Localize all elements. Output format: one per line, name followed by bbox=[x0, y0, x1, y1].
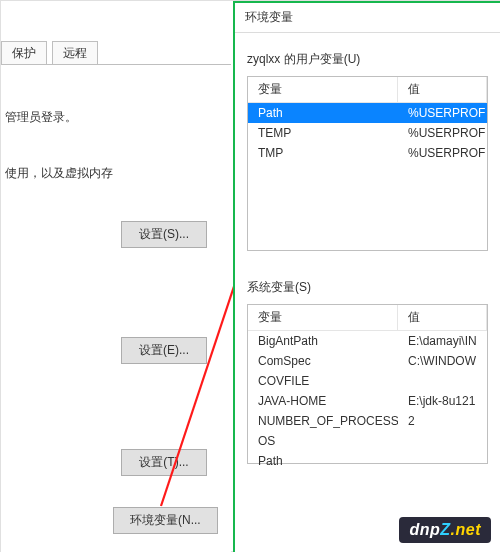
usage-text: 使用，以及虚拟内存 bbox=[5, 165, 113, 182]
col-header-value[interactable]: 值 bbox=[398, 305, 487, 330]
env-dialog: 环境变量 zyqlxx 的用户变量(U) 变量 值 Path %USERPROF… bbox=[233, 1, 500, 552]
sys-grid-header: 变量 值 bbox=[248, 305, 487, 331]
cell-name: BigAntPath bbox=[248, 331, 398, 351]
cell-value bbox=[398, 451, 487, 471]
cell-value: %USERPROF bbox=[398, 143, 487, 163]
sys-vars-label: 系统变量(S) bbox=[247, 279, 488, 296]
settings-s-button[interactable]: 设置(S)... bbox=[121, 221, 207, 248]
sys-var-row[interactable]: NUMBER_OF_PROCESSORS 2 bbox=[248, 411, 487, 431]
col-header-name[interactable]: 变量 bbox=[248, 77, 398, 102]
watermark-z: Z bbox=[440, 521, 450, 538]
settings-e-button[interactable]: 设置(E)... bbox=[121, 337, 207, 364]
cell-name: OS bbox=[248, 431, 398, 451]
sys-var-row[interactable]: BigAntPath E:\damayi\IN bbox=[248, 331, 487, 351]
user-var-row-tmp[interactable]: TMP %USERPROF bbox=[248, 143, 487, 163]
col-header-name[interactable]: 变量 bbox=[248, 305, 398, 330]
sys-var-row[interactable]: OS bbox=[248, 431, 487, 451]
admin-login-text: 管理员登录。 bbox=[5, 109, 77, 126]
cell-value: E:\damayi\IN bbox=[398, 331, 487, 351]
tab-divider bbox=[1, 64, 231, 65]
cell-name: ComSpec bbox=[248, 351, 398, 371]
sys-var-row[interactable]: COVFILE bbox=[248, 371, 487, 391]
sys-var-row[interactable]: Path bbox=[248, 451, 487, 471]
user-grid-header: 变量 值 bbox=[248, 77, 487, 103]
cell-name: JAVA-HOME bbox=[248, 391, 398, 411]
cell-name: COVFILE bbox=[248, 371, 398, 391]
cell-value: %USERPROF bbox=[398, 103, 487, 123]
settings-t-button[interactable]: 设置(T)... bbox=[121, 449, 207, 476]
cell-name: Path bbox=[248, 451, 398, 471]
env-dialog-title: 环境变量 bbox=[235, 3, 500, 33]
user-var-row-path[interactable]: Path %USERPROF bbox=[248, 103, 487, 123]
cell-value bbox=[398, 371, 487, 391]
cell-value: C:\WINDOW bbox=[398, 351, 487, 371]
tab-remote[interactable]: 远程 bbox=[52, 41, 98, 65]
tab-protect[interactable]: 保护 bbox=[1, 41, 47, 65]
sys-var-row[interactable]: JAVA-HOME E:\jdk-8u121 bbox=[248, 391, 487, 411]
user-vars-grid[interactable]: 变量 值 Path %USERPROF TEMP %USERPROF TMP %… bbox=[247, 76, 488, 251]
watermark: dnpZ.net bbox=[399, 517, 491, 543]
user-vars-label: zyqlxx 的用户变量(U) bbox=[247, 51, 488, 68]
env-vars-button[interactable]: 环境变量(N... bbox=[113, 507, 218, 534]
cell-value: E:\jdk-8u121 bbox=[398, 391, 487, 411]
watermark-net: .net bbox=[451, 521, 481, 538]
sys-var-row[interactable]: ComSpec C:\WINDOW bbox=[248, 351, 487, 371]
cell-value bbox=[398, 431, 487, 451]
env-body: zyqlxx 的用户变量(U) 变量 值 Path %USERPROF TEMP… bbox=[235, 33, 500, 464]
col-header-value[interactable]: 值 bbox=[398, 77, 487, 102]
watermark-main: dnp bbox=[409, 521, 440, 538]
cell-value: %USERPROF bbox=[398, 123, 487, 143]
cell-name: TMP bbox=[248, 143, 398, 163]
sys-vars-grid[interactable]: 变量 值 BigAntPath E:\damayi\IN ComSpec C:\… bbox=[247, 304, 488, 464]
cell-name: TEMP bbox=[248, 123, 398, 143]
system-properties-window: 保护 远程 管理员登录。 使用，以及虚拟内存 设置(S)... 设置(E)...… bbox=[1, 1, 231, 552]
user-var-row-temp[interactable]: TEMP %USERPROF bbox=[248, 123, 487, 143]
root: 保护 远程 管理员登录。 使用，以及虚拟内存 设置(S)... 设置(E)...… bbox=[0, 0, 500, 552]
tabs: 保护 远程 bbox=[1, 41, 231, 65]
watermark-box: dnpZ.net bbox=[399, 517, 491, 543]
cell-value: 2 bbox=[398, 411, 487, 431]
cell-name: NUMBER_OF_PROCESSORS bbox=[248, 411, 398, 431]
cell-name: Path bbox=[248, 103, 398, 123]
